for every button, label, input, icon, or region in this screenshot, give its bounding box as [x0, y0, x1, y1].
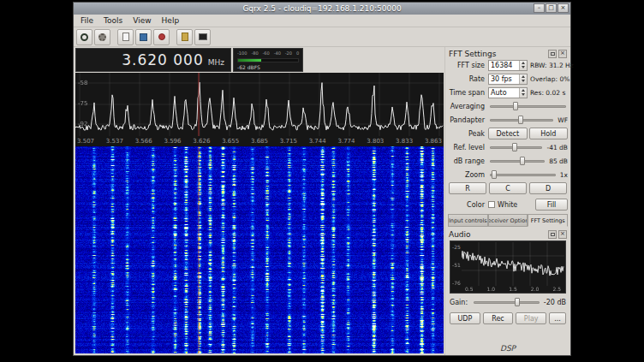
bookmark-icon	[182, 33, 188, 41]
db-range-slider[interactable]	[490, 157, 545, 166]
time-span-select[interactable]: Auto	[488, 87, 528, 98]
frequency-unit: MHz	[208, 58, 224, 67]
peak-detect-button[interactable]: Detect	[488, 128, 528, 139]
minimize-button[interactable]: –	[534, 3, 545, 13]
freq-tick: 3.537	[106, 138, 123, 145]
peak-hold-button[interactable]: Hold	[529, 128, 569, 139]
meter-scale: -100 -80 -60 -40 -20 0	[237, 50, 299, 56]
freq-tick: 3.774	[337, 138, 355, 145]
spectrum-db-label: -92	[78, 121, 87, 128]
load-settings-button[interactable]	[117, 29, 134, 45]
fft-size-select[interactable]: 16384	[488, 60, 528, 71]
tab-input-controls[interactable]: Input controls	[448, 214, 488, 227]
fft-rate-select[interactable]: 30 fps	[488, 74, 528, 85]
start-dsp-button[interactable]	[76, 29, 92, 45]
rbw-info: RBW: 31.2 Hz	[530, 62, 574, 69]
meter-tick: -100	[237, 50, 247, 56]
fullscreen-button[interactable]	[194, 29, 211, 45]
zoom-slider[interactable]	[490, 170, 556, 180]
plot-column: 3.620 000 MHz -100 -80 -60 -40 -20 0	[74, 47, 444, 355]
tab-fft-settings[interactable]: FFT Settings	[528, 214, 568, 227]
save-icon	[140, 33, 147, 41]
window-title: Gqrx 2.5 - cloudiq=192.168.1.210:50000	[74, 4, 570, 13]
white-checkbox[interactable]	[488, 201, 495, 208]
ref-level-slider[interactable]	[490, 143, 542, 152]
gain-slider[interactable]	[474, 298, 540, 307]
audio-spectrum-canvas[interactable]	[462, 242, 564, 286]
close-button[interactable]: ×	[558, 3, 569, 13]
peak-row: Peak Detect Hold	[448, 128, 568, 139]
pandapter-split-slider[interactable]	[490, 116, 553, 125]
save-settings-button[interactable]	[135, 29, 152, 45]
meter-tick: 0	[296, 50, 299, 56]
averaging-slider[interactable]	[490, 102, 566, 111]
freq-tick: 3.626	[193, 138, 210, 145]
float-icon[interactable]	[548, 50, 557, 58]
titlebar[interactable]: Gqrx 2.5 - cloudiq=192.168.1.210:50000 –…	[74, 3, 570, 15]
spinner-arrows-icon[interactable]	[519, 88, 527, 98]
audio-freq-axis: 0.5 1.0 1.5 2.0 2.5	[462, 286, 564, 292]
freq-tick: 3.507	[77, 138, 94, 145]
frequency-value[interactable]: 3.620 000	[122, 51, 204, 68]
menu-tools[interactable]: Tools	[98, 15, 128, 26]
audio-db-label: -51	[452, 262, 461, 268]
bookmarks-button[interactable]	[176, 29, 193, 45]
center-button[interactable]: C	[489, 182, 527, 194]
toolbar	[74, 27, 570, 47]
freq-tick: 3.863	[425, 138, 442, 145]
float-icon[interactable]	[548, 230, 557, 239]
audio-dock-title[interactable]: Audio ×	[448, 228, 568, 240]
fft-size-label: FFT size	[448, 62, 488, 69]
iq-record-button[interactable]	[153, 29, 170, 45]
peak-label: Peak	[448, 130, 488, 138]
pandapter-row: Pandapter WF	[448, 114, 568, 126]
play-button[interactable]: Play	[516, 312, 546, 324]
configure-io-button[interactable]	[94, 29, 110, 45]
udp-button[interactable]: UDP	[450, 312, 480, 324]
spinner-arrows-icon[interactable]	[519, 61, 527, 70]
waterfall-canvas[interactable]	[75, 146, 444, 353]
fft-settings-dock-title[interactable]: FFT Settings ×	[448, 48, 568, 59]
freq-tick: 3.655	[222, 138, 239, 145]
reset-button[interactable]: R	[449, 182, 486, 194]
fullscreen-icon	[199, 33, 207, 40]
white-checkbox-label: White	[498, 201, 517, 209]
ref-level-row: Ref. level -41 dB	[448, 141, 568, 153]
gear-icon	[98, 33, 106, 41]
pandapter: -58 -75 -92 3.507 3.537 3.566 3.596 3.62…	[75, 73, 444, 146]
demod-button[interactable]: D	[529, 182, 567, 194]
menubar: File Tools View Help	[74, 15, 570, 27]
wf-label: WF	[558, 116, 568, 124]
power-icon	[80, 33, 88, 41]
close-icon[interactable]: ×	[558, 230, 567, 239]
meter-reading: -62 dBFS	[237, 64, 299, 70]
dock-tabs: Input controls Receiver Options FFT Sett…	[448, 214, 568, 227]
tab-receiver-options[interactable]: Receiver Options	[488, 214, 528, 227]
audio-db-label: -25	[452, 244, 461, 250]
color-row: Color White Fill	[448, 199, 568, 211]
averaging-row: Averaging	[448, 100, 568, 112]
spectrum-canvas[interactable]	[75, 73, 444, 136]
menu-view[interactable]: View	[128, 15, 156, 26]
meter-bar	[237, 58, 299, 62]
record-icon	[158, 33, 165, 40]
time-span-row: Time span Auto Res: 0.02 s	[448, 86, 568, 98]
dsp-status-label: DSP	[448, 342, 568, 353]
audio-dock: Audio × -25 -51 -76 0.5 1.0 1.5	[448, 228, 568, 353]
more-button[interactable]: ...	[549, 312, 566, 324]
maximize-button[interactable]: □	[546, 3, 557, 13]
audio-freq-tick: 2.0	[531, 286, 540, 292]
averaging-label: Averaging	[448, 103, 488, 110]
audio-spectrum: -25 -51 -76 0.5 1.0 1.5 2.0 2.5	[450, 240, 566, 294]
menu-help[interactable]: Help	[157, 15, 185, 26]
rec-button[interactable]: Rec	[483, 312, 514, 324]
meter-tick: -40	[274, 50, 281, 56]
menu-file[interactable]: File	[75, 15, 98, 26]
spinner-arrows-icon[interactable]	[519, 74, 527, 84]
document-icon	[122, 33, 129, 41]
frequency-display[interactable]: 3.620 000 MHz	[75, 48, 231, 72]
zoom-label: Zoom	[448, 171, 488, 179]
close-icon[interactable]: ×	[558, 50, 567, 58]
time-span-value: Auto	[489, 88, 519, 98]
fill-button[interactable]: Fill	[535, 199, 568, 211]
